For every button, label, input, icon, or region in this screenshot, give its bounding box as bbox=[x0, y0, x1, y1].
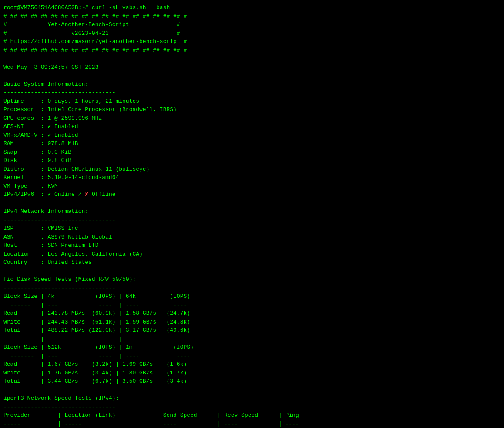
fio-col-divider: ------ | --- ---- | ---- ---- bbox=[3, 302, 187, 308]
ipv4-header: IPv4 Network Information: bbox=[3, 208, 88, 215]
iperf3-col-header: Provider | Location (Link) | Send Speed … bbox=[3, 412, 299, 418]
fio-4k-write: Write | 244.43 MB/s (61.1k) | 1.59 GB/s … bbox=[3, 319, 190, 325]
country: Country : United States bbox=[3, 259, 92, 266]
fio-col-divider2: ------- | --- ---- | ---- ---- bbox=[3, 353, 190, 359]
iperf3-col-divider: ----- | ----- | ---- | ---- | ---- bbox=[3, 421, 299, 427]
fio-512k-write: Write | 1.76 GB/s (3.4k) | 1.80 GB/s (1.… bbox=[3, 370, 187, 376]
iperf3-divider: --------------------------------- bbox=[3, 404, 115, 410]
header-line2: # Yet-Another-Bench-Script # bbox=[3, 21, 180, 28]
timestamp: Wed May 3 09:24:57 CST 2023 bbox=[3, 64, 98, 71]
header-line1: # ## ## ## ## ## ## ## ## ## ## ## ## ##… bbox=[3, 13, 187, 20]
processor: Processor : Intel Core Processor (Broadw… bbox=[3, 106, 177, 113]
distro: Distro : Debian GNU/Linux 11 (bullseye) bbox=[3, 166, 149, 172]
header-line4: # https://github.com/masonr/yet-another-… bbox=[3, 38, 187, 45]
aes-ni: AES-NI : ✔ Enabled bbox=[3, 123, 78, 130]
basic-info-header: Basic System Information: bbox=[3, 81, 88, 88]
fio-spacer: | | bbox=[3, 336, 122, 342]
fio-4k-total: Total | 488.22 MB/s (122.0k) | 3.17 GB/s… bbox=[3, 327, 190, 334]
fio-512k-total: Total | 3.44 GB/s (6.7k) | 3.50 GB/s (3.… bbox=[3, 378, 187, 384]
asn: ASN : AS979 NetLab Global bbox=[3, 234, 112, 240]
swap: Swap : 0.0 KiB bbox=[3, 149, 71, 155]
fio-divider: --------------------------------- bbox=[3, 285, 115, 291]
kernel: Kernel : 5.10.0-14-cloud-amd64 bbox=[3, 174, 119, 181]
fio-4k-read: Read | 243.78 MB/s (60.9k) | 1.58 GB/s (… bbox=[3, 310, 190, 317]
ipv4-ipv6: IPv4/IPv6 : ✔ Online / ✘ Offline bbox=[3, 191, 116, 198]
vm-type: VM Type : KVM bbox=[3, 183, 58, 189]
uptime: Uptime : 0 days, 1 hours, 21 minutes bbox=[3, 98, 139, 104]
terminal-output: root@VM756451A4C80A50B:~# curl -sL yabs.… bbox=[3, 3, 501, 428]
ram: RAM : 978.8 MiB bbox=[3, 140, 78, 147]
header-line5: # ## ## ## ## ## ## ## ## ## ## ## ## ##… bbox=[3, 47, 187, 54]
fio-header: fio Disk Speed Tests (Mixed R/W 50/50): bbox=[3, 276, 136, 283]
fio-col-header2: Block Size | 512k (IOPS) | 1m (IOPS) bbox=[3, 344, 194, 350]
fio-col-header: Block Size | 4k (IOPS) | 64k (IOPS) bbox=[3, 293, 190, 300]
isp: ISP : VMISS Inc bbox=[3, 225, 78, 232]
header-line3: # v2023-04-23 # bbox=[3, 30, 180, 37]
command-line: root@VM756451A4C80A50B:~# curl -sL yabs.… bbox=[3, 4, 170, 11]
basic-info-divider: --------------------------------- bbox=[3, 89, 115, 96]
iperf3-header: iperf3 Network Speed Tests (IPv4): bbox=[3, 395, 119, 401]
fio-512k-read: Read | 1.67 GB/s (3.2k) | 1.69 GB/s (1.6… bbox=[3, 361, 187, 367]
vmx-amdv: VM-x/AMD-V : ✔ Enabled bbox=[3, 132, 78, 138]
location: Location : Los Angeles, California (CA) bbox=[3, 251, 143, 257]
host: Host : SDN Premium LTD bbox=[3, 242, 98, 249]
disk: Disk : 9.8 GiB bbox=[3, 157, 71, 164]
ipv4-divider: --------------------------------- bbox=[3, 217, 115, 223]
cpu-cores: CPU cores : 1 @ 2599.996 MHz bbox=[3, 115, 102, 121]
